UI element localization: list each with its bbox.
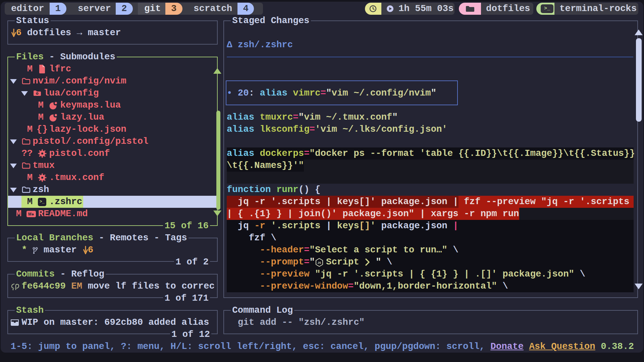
svg-text:M: M <box>28 212 32 217</box>
svg-text:JS: JS <box>318 261 321 264</box>
